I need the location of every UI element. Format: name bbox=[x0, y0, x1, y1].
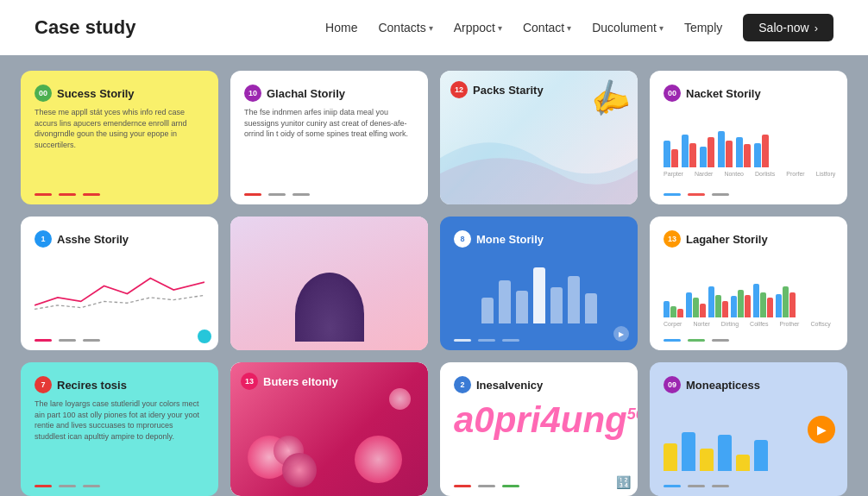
bar bbox=[481, 298, 494, 323]
bar-group bbox=[736, 137, 751, 167]
nav-arppoct[interactable]: Arppoct ▾ bbox=[454, 21, 502, 35]
bar bbox=[585, 293, 597, 323]
badge: 09 bbox=[664, 376, 681, 393]
bar bbox=[664, 301, 670, 318]
bar-group bbox=[700, 137, 714, 167]
bar bbox=[753, 284, 759, 317]
card-moneapticess[interactable]: 09 Moneapticess ▶ bbox=[650, 362, 847, 496]
card-footer bbox=[664, 193, 729, 196]
footer-dash bbox=[664, 339, 681, 342]
badge: 7 bbox=[35, 376, 52, 393]
blue-bar-chart bbox=[454, 254, 624, 323]
footer-dash bbox=[244, 193, 261, 196]
chart-label: Narder bbox=[695, 171, 713, 177]
nav-temply[interactable]: Temply bbox=[684, 21, 722, 35]
lagaher-chart bbox=[664, 253, 833, 317]
bar bbox=[722, 301, 728, 318]
card-footer bbox=[454, 485, 519, 487]
nav-contact[interactable]: Contact ▾ bbox=[523, 21, 571, 35]
footer-dash bbox=[712, 193, 729, 196]
footer-dash bbox=[83, 485, 100, 487]
card-footer bbox=[664, 339, 729, 342]
nav-home[interactable]: Home bbox=[325, 21, 357, 35]
card-inesalvenicy[interactable]: 2 Inesalvenicy a0pri4ung56 🔢 bbox=[440, 362, 638, 496]
footer-dash bbox=[59, 485, 76, 487]
card-recires-tosis[interactable]: 7 Recires tosis The lare loyargs case st… bbox=[21, 362, 218, 496]
card-title: 7 Recires tosis bbox=[35, 376, 204, 393]
card-sucess-storily[interactable]: 00 Sucess Storily These me appll stát yc… bbox=[21, 71, 218, 204]
play-button[interactable]: ▶ bbox=[808, 416, 835, 443]
nav: Home Contacts ▾ Arppoct ▾ Contact ▾ Duco… bbox=[325, 14, 833, 41]
bar bbox=[745, 295, 751, 317]
lag-bar-group bbox=[664, 301, 683, 318]
bar bbox=[533, 267, 545, 323]
card-title: 12 Packs Starity bbox=[450, 81, 544, 98]
card-lagaher-storily[interactable]: 13 Lagaher Storily CorperNorterDirtingCo… bbox=[650, 217, 847, 350]
card-body-text: The lare loyargs case stutleridl your co… bbox=[35, 399, 204, 442]
card-footer bbox=[454, 339, 519, 342]
bar-group bbox=[682, 135, 696, 168]
bar bbox=[677, 309, 683, 317]
chart-label: Prother bbox=[780, 321, 800, 327]
card-buters-eltonly[interactable]: 13 Buters eltonly bbox=[230, 362, 428, 496]
chart-label: Listfory bbox=[816, 171, 836, 177]
chart-label: Norter bbox=[693, 321, 709, 327]
footer-dash bbox=[59, 339, 76, 342]
card-mountain[interactable] bbox=[230, 217, 428, 350]
footer-dash bbox=[59, 193, 76, 196]
footer-dash bbox=[688, 193, 705, 196]
wave-decoration bbox=[440, 111, 638, 205]
chart-label: Dirting bbox=[721, 321, 739, 327]
lag-bar-group bbox=[731, 290, 751, 318]
badge: 8 bbox=[454, 230, 471, 248]
card-asshe-storily[interactable]: 1 Asshe Storily bbox=[21, 217, 218, 350]
bar bbox=[754, 143, 761, 167]
corner-icon: 🔢 bbox=[616, 475, 631, 489]
bar bbox=[783, 286, 789, 317]
bar-group bbox=[718, 131, 733, 167]
bar bbox=[664, 141, 670, 168]
card-title: 10 Glachal Storily bbox=[244, 85, 414, 102]
bar bbox=[682, 135, 689, 168]
nav-document[interactable]: Ducolument ▾ bbox=[592, 21, 664, 35]
footer-dash bbox=[502, 485, 519, 487]
chart-label: Collfes bbox=[750, 321, 768, 327]
badge: 2 bbox=[454, 376, 471, 393]
chevron-down-icon: ▾ bbox=[659, 23, 664, 33]
card-title: 8 Mone Storily bbox=[454, 230, 624, 248]
card-mone-storily[interactable]: 8 Mone Storily ▶ bbox=[440, 217, 638, 350]
footer-dash bbox=[35, 485, 52, 487]
card-body-text: The fse indnmen arfes iniip data meal yo… bbox=[244, 107, 414, 140]
flower-decoration bbox=[355, 436, 402, 483]
card-glachal-storily[interactable]: 10 Glachal Storily The fse indnmen arfes… bbox=[230, 71, 428, 204]
badge: 00 bbox=[35, 85, 52, 102]
bar bbox=[738, 290, 744, 318]
bar-chart bbox=[664, 107, 833, 167]
badge: 13 bbox=[241, 373, 258, 390]
footer-dash bbox=[712, 339, 729, 342]
mono-bar-chart bbox=[664, 411, 833, 471]
card-packs-starity[interactable]: ✍️ 12 Packs Starity bbox=[440, 71, 638, 204]
nav-contacts[interactable]: Contacts ▾ bbox=[378, 21, 432, 35]
bar bbox=[700, 304, 706, 317]
bar bbox=[718, 435, 732, 471]
card-nacket-storily[interactable]: 00 Nacket Storily ParpterNarderNonteoDor… bbox=[650, 71, 847, 204]
footer-dash bbox=[454, 339, 471, 342]
mountain-background bbox=[230, 217, 428, 350]
bar bbox=[693, 298, 699, 317]
big-number-display: a0pri4ung56 bbox=[454, 402, 624, 438]
bar bbox=[767, 298, 773, 317]
footer-dash bbox=[292, 193, 310, 196]
footer-dash bbox=[502, 339, 519, 342]
card-footer bbox=[35, 193, 100, 196]
card-footer bbox=[35, 485, 100, 487]
card-footer bbox=[35, 339, 100, 342]
card-title: 00 Sucess Storily bbox=[35, 85, 204, 102]
bar bbox=[708, 286, 714, 317]
bar bbox=[736, 137, 743, 167]
card-grid: 00 Sucess Storily These me appll stát yc… bbox=[0, 55, 868, 496]
flower-decoration bbox=[282, 453, 317, 487]
footer-dash bbox=[83, 193, 100, 196]
chart-label: Coftscy bbox=[810, 321, 830, 327]
cta-button[interactable]: Salo-now › bbox=[743, 14, 833, 41]
